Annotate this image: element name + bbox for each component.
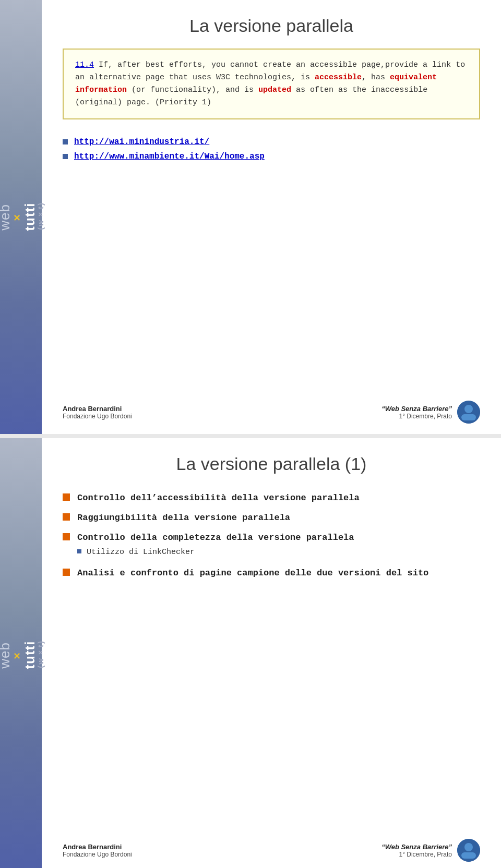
sidebar-x: ×: [11, 210, 23, 224]
author-2: Andrea Bernardini: [63, 843, 132, 851]
sidebar-tutti-2: tutti: [23, 641, 37, 669]
org-2: Fondazione Ugo Bordoni: [63, 851, 132, 858]
bullet-text-2: Controllo della completezza della versio…: [77, 532, 354, 544]
orange-bullet-0: [63, 493, 70, 501]
slide-1-footer: Andrea Bernardini Fondazione Ugo Bordoni…: [63, 394, 480, 424]
sidebar-web-2: web: [0, 642, 11, 669]
footer-right-2: “Web Senza Barriere” 1° Dicembre, Prato: [381, 839, 480, 862]
slide-1: web × tutti (w×t) La versione parallela …: [0, 0, 501, 434]
svg-rect-2: [461, 414, 476, 420]
link-bullet-2: [63, 154, 68, 159]
orange-bullet-1: [63, 513, 70, 521]
slide-1-content: La versione parallela 11.4 If, after bes…: [42, 0, 501, 434]
bullet-text-0: Controllo dell’accessibilità della versi…: [77, 492, 360, 504]
sidebar-logo-2: web × tutti (w×t): [0, 640, 44, 670]
highlight-box: 11.4 If, after best efforts, you cannot …: [63, 49, 480, 119]
bullet-item-3: Analisi e confronto di pagine campione d…: [63, 567, 480, 580]
highlight-bold3: updated: [258, 86, 291, 94]
bullet-text-1: Raggiungibilità della versione parallela: [77, 512, 290, 524]
bullet-item-1: Raggiungibilità della versione parallela: [63, 512, 480, 524]
slide-2: web × tutti (w×t) La versione parallela …: [0, 438, 501, 868]
slide-2-footer: Andrea Bernardini Fondazione Ugo Bordoni…: [63, 833, 480, 862]
event-date-1: 1° Dicembre, Prato: [381, 413, 452, 420]
highlight-mid1: , has: [362, 73, 390, 82]
sidebar-logo-1: web × tutti (w×t): [0, 202, 44, 232]
highlight-bold1: accessible: [315, 73, 362, 82]
highlight-mid2: (or functionality), and is: [127, 86, 258, 94]
link-bullet-1: [63, 139, 68, 144]
sidebar-x-2: ×: [11, 648, 23, 662]
slide-1-title: La versione parallela: [63, 16, 480, 36]
svg-point-4: [464, 843, 473, 851]
svg-rect-5: [461, 852, 476, 859]
slide-divider: [0, 434, 501, 438]
bullet-text-3: Analisi e confronto di pagine campione d…: [77, 567, 428, 580]
slide-2-content: La versione parallela (1) Controllo dell…: [42, 438, 501, 868]
link-1[interactable]: http://wai.minindustria.it/: [74, 137, 209, 147]
svg-point-1: [464, 405, 473, 413]
link-2[interactable]: http://www.minambiente.it/Wai/home.asp: [74, 152, 265, 161]
small-bullet-2-0: [77, 549, 81, 553]
sub-text-2-0: Utilizzo di LinkChecker: [87, 547, 195, 558]
footer-left-2: Andrea Bernardini Fondazione Ugo Bordoni: [63, 843, 132, 858]
sub-list-2: Utilizzo di LinkChecker: [77, 547, 480, 560]
links-section: http://wai.minindustria.it/ http://www.m…: [63, 137, 480, 166]
author-1: Andrea Bernardini: [63, 405, 132, 413]
orange-bullet-3: [63, 569, 70, 576]
orange-bullet-2: [63, 533, 70, 540]
sidebar-sub: (w×t): [37, 202, 44, 230]
bullet-list: Controllo dell’accessibilità della versi…: [63, 492, 480, 587]
sub-item-2-0: Utilizzo di LinkChecker: [77, 547, 480, 558]
link-item-2: http://www.minambiente.it/Wai/home.asp: [63, 152, 480, 161]
link-item-1: http://wai.minindustria.it/: [63, 137, 480, 147]
event-title-2: “Web Senza Barriere”: [381, 843, 452, 851]
org-1: Fondazione Ugo Bordoni: [63, 413, 132, 420]
event-logo-2: [457, 839, 480, 862]
event-logo-1: [457, 401, 480, 424]
footer-left-1: Andrea Bernardini Fondazione Ugo Bordoni: [63, 405, 132, 420]
bullet-item-0: Controllo dell’accessibilità della versi…: [63, 492, 480, 504]
slide-2-title: La versione parallela (1): [63, 454, 480, 474]
sidebar-tutti: tutti: [23, 203, 37, 231]
wcag-link[interactable]: 11.4: [75, 61, 94, 69]
sidebar-web: web: [0, 204, 11, 231]
sidebar-1: web × tutti (w×t): [0, 0, 42, 434]
event-date-2: 1° Dicembre, Prato: [381, 851, 452, 858]
footer-right-1: “Web Senza Barriere” 1° Dicembre, Prato: [381, 401, 480, 424]
sidebar-2: web × tutti (w×t): [0, 438, 42, 868]
sidebar-sub-2: (w×t): [37, 640, 44, 668]
bullet-item-2: Controllo della completezza della versio…: [63, 532, 480, 560]
event-title-1: “Web Senza Barriere”: [381, 405, 452, 413]
